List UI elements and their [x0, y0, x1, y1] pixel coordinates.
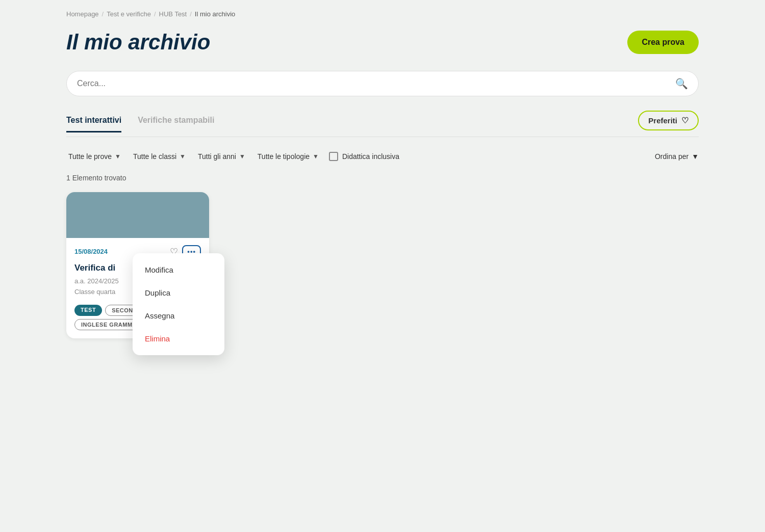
filter-tutte-le-tipologie[interactable]: Tutte le tipologie ▼: [256, 149, 321, 164]
search-input[interactable]: [77, 79, 675, 88]
filter-tutte-le-classi[interactable]: Tutte le classi ▼: [131, 149, 188, 164]
filter-tutti-gli-anni[interactable]: Tutti gli anni ▼: [196, 149, 247, 164]
preferiti-label: Preferiti: [648, 116, 677, 125]
tag-test: TEST: [74, 305, 102, 316]
breadcrumb-homepage[interactable]: Homepage: [66, 10, 99, 18]
menu-elimina[interactable]: Elimina: [133, 327, 224, 350]
menu-modifica[interactable]: Modifica: [133, 258, 224, 281]
chevron-down-icon: ▼: [692, 152, 699, 161]
didattica-checkbox[interactable]: [329, 152, 338, 161]
cards-grid: 15/08/2024 ♡ ••• Verifica di a.a. 2024/2…: [66, 192, 699, 338]
card-date: 15/08/2024: [74, 248, 108, 255]
didattica-label: Didattica inclusiva: [342, 152, 399, 161]
chevron-down-icon: ▼: [313, 153, 319, 160]
filter-anni-label: Tutti gli anni: [198, 152, 236, 161]
header-row: Il mio archivio Crea prova: [66, 30, 699, 55]
breadcrumb: Homepage / Test e verifiche / HUB Test /…: [66, 10, 699, 18]
preferiti-button[interactable]: Preferiti ♡: [638, 111, 699, 130]
card-header-image: [66, 192, 209, 238]
card-class: Classe quarta: [74, 288, 115, 296]
chevron-down-icon: ▼: [239, 153, 245, 160]
breadcrumb-hub-test[interactable]: HUB Test: [159, 10, 187, 18]
filter-classi-label: Tutte le classi: [133, 152, 176, 161]
breadcrumb-sep-2: /: [154, 10, 156, 18]
filters-row: Tutte le prove ▼ Tutte le classi ▼ Tutti…: [66, 149, 699, 164]
breadcrumb-sep-1: /: [102, 10, 104, 18]
filter-tutte-le-prove[interactable]: Tutte le prove ▼: [66, 149, 123, 164]
sort-label: Ordina per: [655, 152, 688, 161]
tab-verifiche-stampabili[interactable]: Verifiche stampabili: [138, 116, 214, 132]
tabs-row: Test interattivi Verifiche stampabili Pr…: [66, 111, 699, 137]
menu-assegna[interactable]: Assegna: [133, 304, 224, 327]
chevron-down-icon: ▼: [180, 153, 186, 160]
page-wrapper: Homepage / Test e verifiche / HUB Test /…: [51, 0, 714, 349]
menu-duplica[interactable]: Duplica: [133, 281, 224, 304]
search-bar: 🔍: [66, 71, 699, 96]
dropdown-menu: Modifica Duplica Assegna Elimina: [133, 253, 224, 355]
search-icon: 🔍: [675, 77, 688, 90]
breadcrumb-sep-3: /: [190, 10, 192, 18]
page-title: Il mio archivio: [66, 30, 210, 55]
tabs-left: Test interattivi Verifiche stampabili: [66, 115, 214, 132]
results-count: 1 Elemento trovato: [66, 174, 699, 182]
heart-icon: ♡: [681, 116, 688, 125]
sort-dropdown[interactable]: Ordina per ▼: [655, 152, 699, 161]
filter-tipologie-label: Tutte le tipologie: [258, 152, 310, 161]
crea-prova-button[interactable]: Crea prova: [627, 31, 699, 54]
tab-test-interattivi[interactable]: Test interattivi: [66, 116, 121, 132]
breadcrumb-test-verifiche[interactable]: Test e verifiche: [107, 10, 151, 18]
filter-prove-label: Tutte le prove: [68, 152, 112, 161]
card-academic-year: a.a. 2024/2025: [74, 277, 119, 285]
chevron-down-icon: ▼: [115, 153, 121, 160]
didattica-inclusiva-filter[interactable]: Didattica inclusiva: [329, 152, 399, 161]
breadcrumb-current: Il mio archivio: [195, 10, 235, 18]
